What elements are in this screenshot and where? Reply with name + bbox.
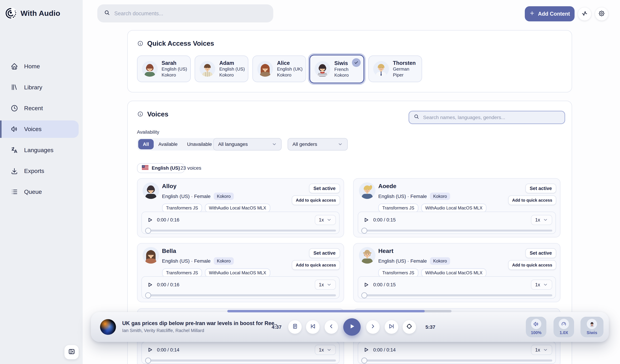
- skip-back-icon: [310, 323, 316, 331]
- availability-segmented-control: All Available Unavailable: [137, 138, 218, 151]
- slider-thumb[interactable]: [145, 292, 151, 298]
- speedometer-icon: [559, 319, 569, 329]
- voice-card-alloy: Alloy English (US) · FemaleKokoro Transf…: [137, 178, 344, 237]
- seek-slider[interactable]: [361, 227, 552, 234]
- seek-slider[interactable]: [145, 292, 336, 298]
- seek-slider[interactable]: [361, 292, 552, 298]
- voice-engine: Kokoro: [277, 72, 303, 78]
- language-group-label: English (US): [152, 165, 180, 171]
- play-button[interactable]: [363, 281, 370, 288]
- playback-progress-bar[interactable]: [227, 310, 451, 312]
- documents-search-input[interactable]: [114, 10, 266, 16]
- search-icon: [414, 114, 419, 121]
- time-display: 0:00 / 0:15: [373, 282, 396, 288]
- slider-thumb[interactable]: [145, 228, 151, 234]
- volume-control[interactable]: 100%: [526, 317, 546, 337]
- sidebar-item-languages[interactable]: Languages: [0, 141, 79, 159]
- language-group-chip[interactable]: English (US): [137, 163, 185, 173]
- now-playing-title: UK gas prices dip below pre-Iran war lev…: [122, 320, 277, 326]
- quick-access-title: Quick Access Voices: [147, 40, 214, 47]
- quick-voice-card-thorsten[interactable]: ThorstenGermanPiper: [368, 56, 422, 82]
- focus-mode-button[interactable]: [403, 320, 416, 334]
- slider-thumb[interactable]: [361, 228, 367, 234]
- sidebar-item-queue[interactable]: Queue: [0, 183, 79, 201]
- playback-speed-control[interactable]: 1.0X: [554, 317, 574, 337]
- sidebar-item-label: Exports: [24, 168, 44, 174]
- slider-thumb[interactable]: [145, 358, 151, 364]
- set-active-button[interactable]: Set active: [309, 248, 340, 258]
- quick-voice-card-siwis[interactable]: SiwisFrenchKokoro: [309, 55, 364, 83]
- play-button[interactable]: [363, 217, 370, 224]
- avatar: [200, 61, 215, 77]
- quick-voice-card-sarah[interactable]: SarahEnglish (US)Kokoro: [137, 56, 191, 82]
- collapse-sidebar-button[interactable]: [64, 345, 79, 359]
- speed-select[interactable]: 1x: [531, 345, 552, 355]
- slider-thumb[interactable]: [361, 292, 367, 298]
- sidebar-item-home[interactable]: Home: [0, 58, 79, 75]
- active-voice-name: Siwis: [587, 330, 597, 335]
- sidebar-item-library[interactable]: Library: [0, 79, 79, 96]
- voice-preview-player: 0:00 / 0:14 1x: [358, 341, 556, 364]
- skip-to-end-button[interactable]: [385, 320, 398, 334]
- seek-slider[interactable]: [145, 227, 336, 234]
- volume-value: 100%: [531, 330, 542, 335]
- gender-filter-select[interactable]: All genders: [288, 138, 348, 151]
- speaker-icon: [11, 125, 18, 133]
- seek-slider[interactable]: [145, 357, 336, 364]
- play-button[interactable]: [146, 217, 153, 224]
- activity-button[interactable]: [578, 7, 591, 20]
- availability-option-all[interactable]: All: [138, 139, 154, 149]
- voices-search-input[interactable]: [423, 115, 560, 120]
- chevron-down-icon: [543, 282, 548, 287]
- add-to-quick-access-button[interactable]: Add to quick access: [292, 260, 340, 270]
- speed-select[interactable]: 1x: [315, 215, 336, 225]
- next-button[interactable]: [366, 320, 380, 334]
- active-voice-control[interactable]: Siwis: [580, 317, 604, 337]
- language-filter-select[interactable]: All languages: [213, 138, 282, 151]
- voice-name: Siwis: [334, 60, 349, 66]
- add-to-quick-access-button[interactable]: Add to quick access: [292, 195, 340, 205]
- set-active-button[interactable]: Set active: [525, 184, 557, 193]
- runtime-tag: WithAudio Local MacOS MLX: [205, 204, 270, 212]
- runtime-tag: WithAudio Local MacOS MLX: [421, 268, 487, 277]
- availability-option-unavailable[interactable]: Unavailable: [182, 139, 217, 149]
- availability-option-available[interactable]: Available: [154, 139, 182, 149]
- quick-voice-card-adam[interactable]: AdamEnglish (US)Kokoro: [195, 56, 248, 82]
- quick-voice-card-alice[interactable]: AliceEnglish (UK)Kokoro: [252, 56, 306, 82]
- plus-icon: [529, 10, 535, 17]
- previous-button[interactable]: [325, 320, 338, 334]
- sidebar-item-voices[interactable]: Voices: [0, 120, 79, 138]
- add-to-quick-access-button[interactable]: Add to quick access: [508, 195, 556, 205]
- speed-value: 1.0X: [560, 330, 568, 335]
- play-button[interactable]: [146, 281, 153, 288]
- voice-preview-player: 0:00 / 0:16 1x: [141, 276, 340, 299]
- play-pause-button[interactable]: [343, 318, 361, 336]
- skip-to-start-button[interactable]: [306, 320, 319, 334]
- seek-slider[interactable]: [361, 357, 552, 364]
- add-to-quick-access-button[interactable]: Add to quick access: [508, 260, 556, 270]
- voices-search[interactable]: [408, 111, 565, 124]
- speed-select[interactable]: 1x: [531, 279, 552, 290]
- set-active-button[interactable]: Set active: [525, 248, 557, 258]
- sidebar-item-exports[interactable]: Exports: [0, 162, 79, 180]
- play-button[interactable]: [363, 346, 370, 353]
- engine-badge: Kokoro: [430, 193, 450, 200]
- speed-select[interactable]: 1x: [315, 345, 336, 355]
- gender-filter-value: All genders: [293, 141, 317, 147]
- sidebar-item-recent[interactable]: Recent: [0, 100, 79, 117]
- add-content-button[interactable]: Add Content: [525, 6, 574, 21]
- selected-check-badge: [352, 58, 361, 67]
- slider-thumb[interactable]: [361, 358, 367, 364]
- settings-button[interactable]: [595, 7, 608, 20]
- speed-select[interactable]: 1x: [315, 279, 336, 290]
- speed-select[interactable]: 1x: [531, 215, 552, 225]
- set-active-button[interactable]: Set active: [309, 184, 340, 193]
- library-icon: [11, 83, 18, 91]
- documents-search[interactable]: [97, 4, 273, 22]
- voices-header: Voices: [137, 110, 168, 118]
- play-button[interactable]: [146, 346, 153, 353]
- sidebar-item-label: Voices: [24, 126, 42, 132]
- now-playing-authors: Ian Smith, Verity Ratcliffe, Rachel Mill…: [122, 328, 204, 333]
- queue-button[interactable]: [288, 320, 302, 334]
- runtime-tag: Transformers JS: [378, 204, 418, 212]
